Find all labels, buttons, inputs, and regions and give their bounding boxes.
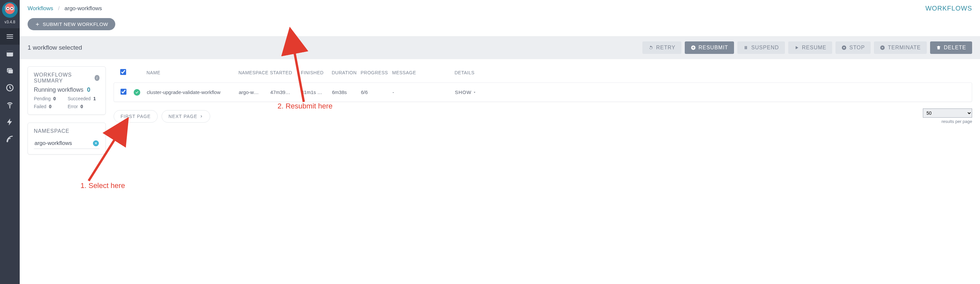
window-icon — [6, 49, 14, 58]
chevron-right-icon — [199, 114, 203, 118]
terminate-button[interactable]: TERMINATE — [874, 41, 926, 54]
namespace-value: argo-workflows — [35, 140, 72, 147]
resume-button[interactable]: RESUME — [788, 41, 832, 54]
bolt-icon — [6, 118, 14, 126]
results-per-page-select[interactable]: 50 — [923, 108, 972, 118]
selection-count: 1 workflow selected — [28, 44, 82, 51]
row-duration: 6m38s — [332, 89, 361, 95]
namespace-chip[interactable]: argo-workflows ✕ — [34, 139, 100, 149]
plus-circle-icon — [690, 45, 696, 50]
breadcrumb-current: argo-workflows — [64, 5, 102, 11]
breadcrumb: Workflows / argo-workflows — [28, 5, 102, 12]
sidebar: v3.4.8 — [0, 0, 20, 284]
first-page-button[interactable]: FIRST PAGE — [114, 110, 158, 123]
row-message: - — [393, 89, 455, 95]
stack-icon — [6, 66, 14, 75]
resubmit-button[interactable]: RESUBMIT — [685, 41, 734, 54]
status-success-icon — [134, 89, 140, 96]
select-all-checkbox[interactable] — [120, 69, 126, 75]
error-label: Error — [68, 104, 78, 109]
trash-icon — [936, 45, 941, 50]
col-duration[interactable]: DURATION — [332, 70, 361, 75]
svg-point-11 — [6, 141, 8, 142]
running-label: Running workflows — [34, 86, 83, 93]
namespace-card: NAMESPACE argo-workflows ✕ — [28, 123, 106, 155]
succeeded-count: 1 — [93, 96, 96, 101]
col-namespace[interactable]: NAMESPACE — [239, 70, 270, 75]
broadcast-icon — [6, 101, 14, 109]
argo-logo[interactable] — [2, 2, 18, 18]
svg-point-10 — [9, 105, 11, 107]
workflows-summary-card: WORKFLOWS SUMMARY i Running workflows 0 … — [28, 66, 106, 115]
nav-sensors[interactable] — [0, 97, 20, 113]
svg-point-4 — [11, 8, 13, 9]
pending-label: Pending — [34, 96, 51, 101]
summary-title: WORKFLOWS SUMMARY — [34, 72, 92, 84]
results-per-page-label: results per page — [923, 119, 972, 124]
row-namespace: argo-w… — [239, 89, 270, 95]
topbar: Workflows / argo-workflows WORKFLOWS — [20, 0, 980, 15]
nav-cron[interactable] — [0, 80, 20, 96]
retry-icon — [648, 45, 654, 50]
succeeded-label: Succeeded — [68, 96, 91, 101]
retry-button[interactable]: RETRY — [643, 41, 681, 54]
svg-point-3 — [7, 8, 8, 9]
row-name[interactable]: cluster-upgrade-validate-workflow — [147, 89, 239, 95]
play-icon — [794, 45, 799, 50]
pending-count: 0 — [53, 96, 56, 101]
namespace-title: NAMESPACE — [34, 128, 100, 134]
plus-icon — [35, 22, 40, 27]
suspend-button[interactable]: SUSPEND — [737, 41, 784, 54]
svg-rect-6 — [6, 51, 13, 52]
breadcrumb-separator: / — [58, 5, 60, 11]
caret-down-icon — [473, 91, 476, 94]
version-label: v3.4.8 — [5, 20, 16, 24]
submit-new-workflow-button[interactable]: SUBMIT NEW WORKFLOW — [28, 18, 115, 30]
nav-events[interactable] — [0, 114, 20, 130]
nav-templates[interactable] — [0, 45, 20, 62]
stop-button[interactable]: STOP — [835, 41, 871, 54]
page-title: WORKFLOWS — [926, 5, 972, 12]
clock-icon — [6, 83, 14, 92]
table-header-row: NAME NAMESPACE STARTED FINISHED DURATION… — [114, 66, 972, 83]
x-circle-icon — [880, 45, 885, 50]
submit-new-workflow-label: SUBMIT NEW WORKFLOW — [43, 21, 108, 27]
info-icon[interactable]: i — [95, 75, 100, 81]
breadcrumb-root[interactable]: Workflows — [28, 5, 53, 11]
row-checkbox[interactable] — [121, 89, 126, 95]
failed-label: Failed — [34, 104, 46, 109]
pagination: FIRST PAGE NEXT PAGE 50 results per page — [114, 108, 972, 124]
main-area: Workflows / argo-workflows WORKFLOWS SUB… — [20, 0, 980, 284]
octopus-icon — [3, 3, 16, 16]
satellite-icon — [6, 135, 14, 143]
row-started: 47m39… — [270, 89, 301, 95]
stop-circle-icon — [842, 45, 847, 50]
error-count: 0 — [81, 104, 83, 109]
table-row[interactable]: cluster-upgrade-validate-workflow argo-w… — [114, 83, 972, 102]
col-details[interactable]: DETAILS — [455, 70, 487, 75]
pause-icon — [743, 45, 748, 50]
failed-count: 0 — [49, 104, 52, 109]
action-toolbar: 1 workflow selected RETRY RESUBMIT SUSPE… — [20, 36, 980, 59]
row-details-link[interactable]: SHOW — [455, 89, 476, 95]
col-finished[interactable]: FINISHED — [301, 70, 332, 75]
svg-rect-8 — [8, 69, 13, 73]
col-message[interactable]: MESSAGE — [392, 70, 455, 75]
nav-reports[interactable] — [0, 131, 20, 147]
row-finished: 41m1s … — [301, 89, 332, 95]
col-name[interactable]: NAME — [146, 70, 239, 75]
col-progress[interactable]: PROGRESS — [361, 70, 392, 75]
nav-workflows[interactable] — [0, 28, 20, 45]
workflow-table: NAME NAMESPACE STARTED FINISHED DURATION… — [114, 66, 972, 155]
namespace-clear-icon[interactable]: ✕ — [93, 140, 99, 146]
col-started[interactable]: STARTED — [270, 70, 301, 75]
row-progress: 6/6 — [361, 89, 393, 95]
running-count: 0 — [87, 86, 90, 93]
svg-rect-14 — [843, 47, 845, 48]
next-page-button[interactable]: NEXT PAGE — [162, 110, 210, 123]
bars-icon — [6, 32, 14, 41]
nav-cluster-templates[interactable] — [0, 62, 20, 79]
delete-button[interactable]: DELETE — [930, 41, 972, 54]
